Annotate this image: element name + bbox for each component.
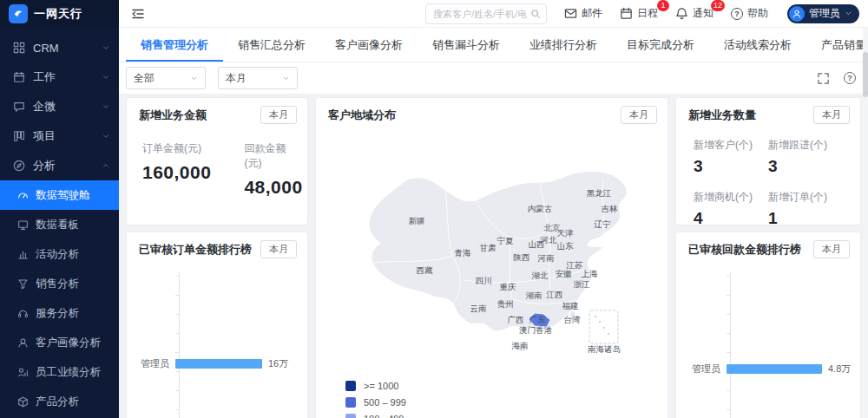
sidebar-item-label: CRM bbox=[33, 42, 59, 55]
legend-swatch bbox=[345, 397, 356, 408]
province-labels: 黑龙江吉林辽宁内蒙古北京天津河北山西山东宁夏甘肃青海新疆西藏陕西河南江苏安徽上海… bbox=[316, 98, 667, 418]
menu-fold-icon[interactable] bbox=[131, 7, 145, 21]
sidebar-item-activity-analysis[interactable]: 活动分析 bbox=[0, 239, 119, 269]
period-badge-button[interactable]: 本月 bbox=[813, 106, 850, 124]
legend-label: 500 – 999 bbox=[364, 397, 406, 408]
mail-button[interactable]: 邮件 bbox=[564, 6, 602, 21]
stat-new-opportunities: 新增商机(个) 4 bbox=[694, 190, 768, 228]
map-province-label: 南海诸岛 bbox=[588, 344, 621, 356]
stat-label: 新增商机(个) bbox=[694, 190, 768, 205]
fullscreen-icon[interactable] bbox=[817, 72, 830, 85]
user-name: 管理员 bbox=[809, 6, 840, 21]
sidebar-item-project[interactable]: 项目 bbox=[0, 121, 119, 151]
bar-value-label: 16万 bbox=[268, 357, 288, 370]
stat-label: 新增订单(个) bbox=[768, 190, 843, 205]
compass-icon bbox=[13, 160, 25, 172]
chevron-up-icon bbox=[102, 161, 110, 170]
sidebar-item-data-board[interactable]: 数据看板 bbox=[0, 210, 119, 239]
tab-sales-management-analysis[interactable]: 销售管理分析 bbox=[126, 28, 223, 62]
map-province-label: 福建 bbox=[562, 301, 579, 312]
map-province-label: 上海 bbox=[582, 269, 598, 280]
sidebar-item-product-analysis[interactable]: 产品分析 bbox=[0, 387, 119, 416]
legend-swatch bbox=[345, 414, 356, 418]
avatar bbox=[789, 6, 805, 22]
help-button[interactable]: ? 帮助 bbox=[731, 6, 768, 21]
tab-activity-leads-analysis[interactable]: 活动线索分析 bbox=[709, 28, 806, 62]
global-search[interactable] bbox=[425, 3, 547, 24]
map-province-label: 澳门香港 bbox=[519, 325, 552, 336]
tab-performance-ranking-analysis[interactable]: 业绩排行分析 bbox=[515, 28, 612, 62]
bar-chart-icon bbox=[17, 249, 29, 260]
map-province-label: 西藏 bbox=[417, 265, 433, 277]
stat-payment-amount: 回款金额(元) 48,000 bbox=[244, 141, 302, 198]
stat-new-orders: 新增订单(个) 1 bbox=[768, 190, 843, 228]
map-province-label: 吉林 bbox=[602, 204, 618, 215]
schedule-button[interactable]: 日程 1 bbox=[620, 6, 658, 21]
sidebar-item-crm[interactable]: CRM bbox=[0, 33, 119, 62]
china-map: 黑龙江吉林辽宁内蒙古北京天津河北山西山东宁夏甘肃青海新疆西藏陕西河南江苏安徽上海… bbox=[316, 98, 667, 418]
sidebar-item-employee-performance-analysis[interactable]: 员工业绩分析 bbox=[0, 357, 119, 387]
card-title: 已审核订单金额排行榜 bbox=[139, 242, 252, 258]
scrollbar-thumb[interactable] bbox=[863, 52, 868, 97]
sidebar-item-data-cockpit[interactable]: 数据驾驶舱 bbox=[0, 180, 119, 210]
stat-label: 回款金额(元) bbox=[244, 141, 302, 171]
search-input[interactable] bbox=[433, 9, 527, 19]
map-province-label: 宁夏 bbox=[497, 236, 514, 247]
search-icon bbox=[530, 9, 541, 19]
map-province-label: 广东 bbox=[529, 315, 546, 326]
sidebar-item-work[interactable]: 工作 bbox=[0, 62, 119, 92]
period-filter-select[interactable]: 本月 bbox=[218, 67, 298, 89]
tab-sales-funnel-analysis[interactable]: 销售漏斗分析 bbox=[418, 28, 515, 62]
chart-y-axis bbox=[730, 272, 731, 418]
period-badge-button[interactable]: 本月 bbox=[260, 240, 297, 258]
tab-target-completion-analysis[interactable]: 目标完成分析 bbox=[612, 28, 709, 62]
sidebar-item-label: 项目 bbox=[33, 128, 56, 144]
map-province-label: 北京 bbox=[544, 223, 561, 234]
stat-new-customers: 新增客户(个) 3 bbox=[694, 138, 768, 176]
tab-product-sales-analysis[interactable]: 产品销量分析 bbox=[806, 28, 868, 62]
user-menu[interactable]: 管理员 bbox=[787, 4, 859, 23]
sidebar-item-label: 活动分析 bbox=[36, 247, 79, 262]
notice-badge: 12 bbox=[711, 0, 725, 11]
map-province-label: 湖北 bbox=[532, 271, 549, 282]
period-badge-button[interactable]: 本月 bbox=[260, 106, 297, 124]
order-amount-ranking-card: 已审核订单金额排行榜 本月 管理员 16万 bbox=[126, 232, 308, 418]
sidebar-item-customer-profile-analysis[interactable]: 客户画像分析 bbox=[0, 328, 119, 357]
period-filter-value: 本月 bbox=[226, 71, 247, 86]
chart-bar-row: 管理员 16万 bbox=[127, 357, 299, 370]
mail-icon bbox=[564, 7, 577, 20]
help-circle-icon[interactable]: ? bbox=[844, 72, 856, 84]
chevron-down-icon bbox=[102, 73, 110, 82]
map-province-label: 重庆 bbox=[500, 282, 516, 293]
org-filter-select[interactable]: 全部 bbox=[126, 67, 206, 89]
tab-sales-summary-analysis[interactable]: 销售汇总分析 bbox=[223, 28, 320, 62]
map-province-label: 河北 bbox=[541, 235, 557, 246]
headset-icon bbox=[17, 308, 29, 319]
sidebar-item-sales-analysis[interactable]: 销售分析 bbox=[0, 269, 119, 298]
org-filter-value: 全部 bbox=[134, 71, 155, 86]
sidebar-item-analysis[interactable]: 分析 bbox=[0, 151, 119, 180]
chevron-down-icon bbox=[102, 102, 110, 111]
monitor-board-icon bbox=[17, 219, 29, 231]
card-title: 新增业务金额 bbox=[139, 108, 207, 123]
map-province-label: 江西 bbox=[547, 290, 563, 301]
map-province-label: 青海 bbox=[455, 248, 471, 259]
schedule-label: 日程 bbox=[637, 6, 658, 21]
legend-swatch bbox=[345, 381, 356, 391]
stat-value: 160,000 bbox=[142, 162, 211, 183]
brand-name: 一网天行 bbox=[34, 6, 82, 22]
sidebar-item-service-analysis[interactable]: 服务分析 bbox=[0, 298, 119, 328]
sidebar-item-wecom[interactable]: 企微 bbox=[0, 92, 119, 121]
top-header: 邮件 日程 1 通知 12 ? 帮助 管理员 bbox=[119, 0, 868, 28]
map-province-label: 云南 bbox=[470, 304, 487, 315]
period-badge-button[interactable]: 本月 bbox=[813, 240, 850, 258]
brand-logo[interactable]: 一网天行 bbox=[0, 0, 119, 28]
bar-category-label: 管理员 bbox=[127, 357, 175, 370]
notice-button[interactable]: 通知 12 bbox=[675, 6, 713, 21]
chevron-down-icon bbox=[282, 75, 290, 82]
period-badge-button[interactable]: 本月 bbox=[621, 106, 657, 124]
legend-label: >= 1000 bbox=[364, 381, 398, 391]
tab-customer-profile-analysis[interactable]: 客户画像分析 bbox=[320, 28, 418, 62]
stat-value: 3 bbox=[768, 157, 843, 176]
chevron-down-icon bbox=[102, 132, 110, 140]
